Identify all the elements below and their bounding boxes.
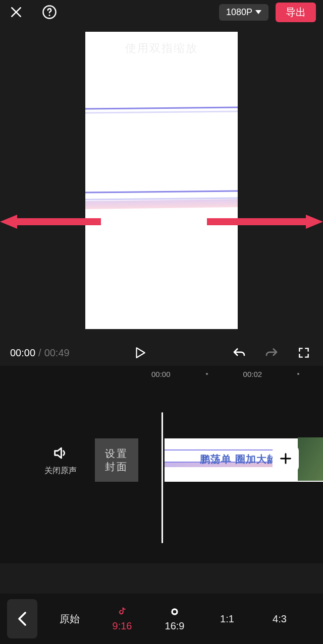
time-total: 00:49 — [44, 347, 70, 359]
preview-area[interactable]: 使用双指缩放 — [0, 24, 323, 337]
help-icon — [42, 5, 57, 20]
resolution-dropdown[interactable]: 1080P — [219, 4, 268, 21]
aspect-label: 原始 — [60, 612, 80, 626]
ruler-tick-1: 00:02 — [243, 370, 262, 378]
help-button[interactable] — [40, 3, 59, 21]
aspect-9-16[interactable]: 9:16 — [102, 606, 142, 632]
play-icon — [133, 346, 146, 359]
time-display: 00:00 / 00:49 — [10, 347, 70, 359]
set-cover-button[interactable]: 设置 封面 — [95, 438, 138, 482]
export-button[interactable]: 导出 — [276, 3, 316, 22]
aspect-label: 4:3 — [273, 613, 287, 625]
douyin-icon — [117, 606, 128, 617]
svg-marker-5 — [306, 215, 323, 229]
mute-original-audio-button[interactable]: 关闭原声 — [35, 444, 86, 476]
resolution-label: 1080P — [226, 7, 252, 18]
aspect-4-3[interactable]: 4:3 — [259, 606, 300, 631]
back-button[interactable] — [7, 599, 37, 638]
mute-label: 关闭原声 — [44, 466, 77, 476]
playhead[interactable] — [162, 412, 163, 543]
chevron-left-icon — [18, 611, 27, 626]
preview-hint: 使用双指缩放 — [85, 41, 238, 56]
aspect-label: 9:16 — [113, 620, 132, 632]
svg-point-7 — [173, 610, 177, 613]
redo-button[interactable] — [262, 344, 281, 362]
aspect-label: 1:1 — [220, 613, 234, 625]
add-clip-button[interactable] — [273, 445, 299, 472]
play-button[interactable] — [131, 344, 149, 362]
aspect-original[interactable]: 原始 — [49, 606, 90, 631]
chevron-down-icon — [255, 10, 261, 14]
close-icon — [10, 6, 23, 19]
time-separator: / — [38, 347, 41, 359]
xigua-icon — [169, 606, 180, 617]
time-current: 00:00 — [10, 347, 35, 359]
undo-button[interactable] — [230, 344, 248, 362]
redo-icon — [264, 345, 279, 360]
timeline-ruler[interactable]: 00:00 00:02 — [0, 366, 323, 382]
undo-icon — [232, 345, 247, 360]
aspect-label: 16:9 — [165, 620, 185, 632]
preview-canvas[interactable]: 使用双指缩放 — [85, 32, 238, 329]
ruler-tick-0: 00:00 — [151, 370, 171, 378]
speaker-icon — [52, 444, 69, 462]
aspect-ratio-bar: 原始 9:16 16:9 1:1 4:3 — [0, 594, 323, 644]
plus-icon — [279, 452, 293, 466]
close-button[interactable] — [7, 3, 25, 21]
timeline[interactable]: 关闭原声 设置 封面 鹏荡单 圈加大龄舞 — [0, 382, 323, 563]
next-clip-preview[interactable] — [298, 437, 323, 481]
svg-marker-3 — [0, 215, 17, 229]
fullscreen-icon — [297, 346, 310, 359]
svg-point-1 — [49, 15, 50, 16]
fullscreen-button[interactable] — [295, 344, 313, 362]
aspect-16-9[interactable]: 16:9 — [154, 606, 195, 632]
aspect-1-1[interactable]: 1:1 — [207, 606, 247, 631]
